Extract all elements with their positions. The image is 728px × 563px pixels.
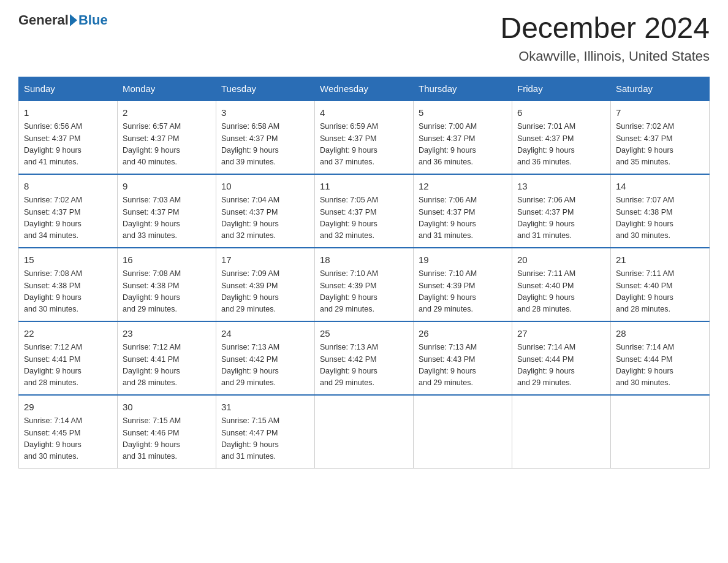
weekday-header-friday: Friday	[512, 77, 611, 101]
page-header: General Blue December 2024 Okawville, Il…	[18, 12, 710, 64]
day-number: 5	[419, 106, 507, 120]
day-number: 19	[419, 253, 507, 267]
calendar-week-row: 15 Sunrise: 7:08 AMSunset: 4:38 PMDaylig…	[19, 248, 710, 321]
calendar-week-row: 1 Sunrise: 6:56 AMSunset: 4:37 PMDayligh…	[19, 101, 710, 174]
day-number: 18	[320, 253, 408, 267]
day-number: 29	[24, 400, 112, 415]
calendar-cell: 3 Sunrise: 6:58 AMSunset: 4:37 PMDayligh…	[216, 101, 315, 174]
calendar-cell: 21 Sunrise: 7:11 AMSunset: 4:40 PMDaylig…	[611, 248, 710, 321]
day-number: 30	[123, 400, 211, 415]
day-number: 22	[24, 327, 112, 341]
day-info: Sunrise: 7:12 AMSunset: 4:41 PMDaylight:…	[123, 342, 211, 389]
day-number: 25	[320, 327, 408, 341]
calendar-cell: 15 Sunrise: 7:08 AMSunset: 4:38 PMDaylig…	[19, 248, 118, 321]
weekday-header-tuesday: Tuesday	[216, 77, 315, 101]
day-number: 6	[517, 106, 605, 120]
calendar-cell: 28 Sunrise: 7:14 AMSunset: 4:44 PMDaylig…	[611, 321, 710, 395]
logo-arrow-icon	[70, 14, 77, 26]
calendar-cell: 13 Sunrise: 7:06 AMSunset: 4:37 PMDaylig…	[512, 174, 611, 248]
day-number: 26	[419, 327, 507, 341]
day-info: Sunrise: 7:14 AMSunset: 4:44 PMDaylight:…	[616, 342, 704, 389]
calendar-cell: 25 Sunrise: 7:13 AMSunset: 4:42 PMDaylig…	[315, 321, 414, 395]
calendar-cell: 5 Sunrise: 7:00 AMSunset: 4:37 PMDayligh…	[414, 101, 512, 174]
page-subtitle: Okawville, Illinois, United States	[500, 48, 710, 64]
day-number: 8	[24, 180, 112, 194]
day-info: Sunrise: 7:08 AMSunset: 4:38 PMDaylight:…	[123, 268, 211, 316]
calendar-cell: 1 Sunrise: 6:56 AMSunset: 4:37 PMDayligh…	[19, 101, 118, 174]
calendar-cell: 23 Sunrise: 7:12 AMSunset: 4:41 PMDaylig…	[118, 321, 216, 395]
calendar-week-row: 8 Sunrise: 7:02 AMSunset: 4:37 PMDayligh…	[19, 174, 710, 248]
day-info: Sunrise: 7:01 AMSunset: 4:37 PMDaylight:…	[517, 121, 605, 169]
calendar-cell: 2 Sunrise: 6:57 AMSunset: 4:37 PMDayligh…	[118, 101, 216, 174]
day-info: Sunrise: 7:06 AMSunset: 4:37 PMDaylight:…	[517, 194, 605, 242]
day-info: Sunrise: 7:11 AMSunset: 4:40 PMDaylight:…	[616, 268, 704, 316]
day-number: 12	[419, 180, 507, 194]
day-info: Sunrise: 7:08 AMSunset: 4:38 PMDaylight:…	[24, 268, 112, 316]
day-number: 21	[616, 253, 704, 267]
calendar-cell: 7 Sunrise: 7:02 AMSunset: 4:37 PMDayligh…	[611, 101, 710, 174]
calendar-cell	[512, 395, 611, 469]
page-title: December 2024	[500, 12, 710, 45]
calendar-cell: 4 Sunrise: 6:59 AMSunset: 4:37 PMDayligh…	[315, 101, 414, 174]
day-number: 20	[517, 253, 605, 267]
calendar-cell: 18 Sunrise: 7:10 AMSunset: 4:39 PMDaylig…	[315, 248, 414, 321]
calendar-cell: 6 Sunrise: 7:01 AMSunset: 4:37 PMDayligh…	[512, 101, 611, 174]
day-number: 23	[123, 327, 211, 341]
day-info: Sunrise: 7:13 AMSunset: 4:42 PMDaylight:…	[320, 342, 408, 389]
day-info: Sunrise: 7:15 AMSunset: 4:46 PMDaylight:…	[123, 415, 211, 463]
day-number: 10	[221, 180, 309, 194]
calendar-week-row: 29 Sunrise: 7:14 AMSunset: 4:45 PMDaylig…	[19, 395, 710, 469]
day-info: Sunrise: 7:02 AMSunset: 4:37 PMDaylight:…	[24, 194, 112, 242]
title-area: December 2024 Okawville, Illinois, Unite…	[500, 12, 710, 64]
day-info: Sunrise: 6:59 AMSunset: 4:37 PMDaylight:…	[320, 121, 408, 169]
day-info: Sunrise: 7:02 AMSunset: 4:37 PMDaylight:…	[616, 121, 704, 169]
calendar-cell: 17 Sunrise: 7:09 AMSunset: 4:39 PMDaylig…	[216, 248, 315, 321]
calendar-cell: 12 Sunrise: 7:06 AMSunset: 4:37 PMDaylig…	[414, 174, 512, 248]
day-info: Sunrise: 7:00 AMSunset: 4:37 PMDaylight:…	[419, 121, 507, 169]
day-info: Sunrise: 7:14 AMSunset: 4:44 PMDaylight:…	[517, 342, 605, 389]
day-number: 7	[616, 106, 704, 120]
calendar-cell: 31 Sunrise: 7:15 AMSunset: 4:47 PMDaylig…	[216, 395, 315, 469]
logo-general-text: General	[18, 12, 69, 28]
day-info: Sunrise: 6:56 AMSunset: 4:37 PMDaylight:…	[24, 121, 112, 169]
day-info: Sunrise: 7:13 AMSunset: 4:42 PMDaylight:…	[221, 342, 309, 389]
calendar-cell: 22 Sunrise: 7:12 AMSunset: 4:41 PMDaylig…	[19, 321, 118, 395]
day-info: Sunrise: 7:04 AMSunset: 4:37 PMDaylight:…	[221, 194, 309, 242]
day-number: 4	[320, 106, 408, 120]
day-info: Sunrise: 7:03 AMSunset: 4:37 PMDaylight:…	[123, 194, 211, 242]
calendar-cell: 20 Sunrise: 7:11 AMSunset: 4:40 PMDaylig…	[512, 248, 611, 321]
day-number: 17	[221, 253, 309, 267]
calendar-table: SundayMondayTuesdayWednesdayThursdayFrid…	[18, 77, 710, 469]
calendar-cell: 30 Sunrise: 7:15 AMSunset: 4:46 PMDaylig…	[118, 395, 216, 469]
calendar-cell: 8 Sunrise: 7:02 AMSunset: 4:37 PMDayligh…	[19, 174, 118, 248]
day-info: Sunrise: 6:58 AMSunset: 4:37 PMDaylight:…	[221, 121, 309, 169]
day-number: 16	[123, 253, 211, 267]
day-info: Sunrise: 7:07 AMSunset: 4:38 PMDaylight:…	[616, 194, 704, 242]
day-info: Sunrise: 7:10 AMSunset: 4:39 PMDaylight:…	[320, 268, 408, 316]
calendar-cell: 19 Sunrise: 7:10 AMSunset: 4:39 PMDaylig…	[414, 248, 512, 321]
day-number: 3	[221, 106, 309, 120]
day-info: Sunrise: 7:14 AMSunset: 4:45 PMDaylight:…	[24, 415, 112, 463]
day-info: Sunrise: 7:06 AMSunset: 4:37 PMDaylight:…	[419, 194, 507, 242]
calendar-cell: 11 Sunrise: 7:05 AMSunset: 4:37 PMDaylig…	[315, 174, 414, 248]
day-info: Sunrise: 6:57 AMSunset: 4:37 PMDaylight:…	[123, 121, 211, 169]
weekday-header-wednesday: Wednesday	[315, 77, 414, 101]
day-info: Sunrise: 7:11 AMSunset: 4:40 PMDaylight:…	[517, 268, 605, 316]
day-number: 11	[320, 180, 408, 194]
day-number: 13	[517, 180, 605, 194]
day-number: 24	[221, 327, 309, 341]
day-info: Sunrise: 7:09 AMSunset: 4:39 PMDaylight:…	[221, 268, 309, 316]
day-number: 14	[616, 180, 704, 194]
logo-blue-text: Blue	[78, 12, 108, 28]
day-number: 31	[221, 400, 309, 415]
day-info: Sunrise: 7:10 AMSunset: 4:39 PMDaylight:…	[419, 268, 507, 316]
weekday-header-saturday: Saturday	[611, 77, 710, 101]
day-info: Sunrise: 7:05 AMSunset: 4:37 PMDaylight:…	[320, 194, 408, 242]
day-number: 9	[123, 180, 211, 194]
day-number: 2	[123, 106, 211, 120]
weekday-header-row: SundayMondayTuesdayWednesdayThursdayFrid…	[19, 77, 710, 101]
calendar-cell	[315, 395, 414, 469]
calendar-cell: 16 Sunrise: 7:08 AMSunset: 4:38 PMDaylig…	[118, 248, 216, 321]
calendar-cell: 27 Sunrise: 7:14 AMSunset: 4:44 PMDaylig…	[512, 321, 611, 395]
day-number: 28	[616, 327, 704, 341]
